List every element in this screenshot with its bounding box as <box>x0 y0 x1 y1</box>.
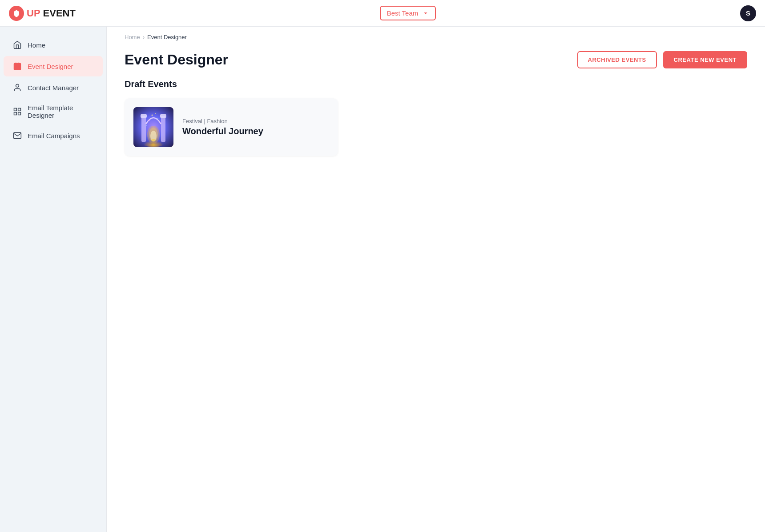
navbar: UPEVENT Best Team S <box>0 0 765 27</box>
svg-rect-13 <box>161 116 165 142</box>
event-thumbnail <box>133 107 173 147</box>
user-avatar[interactable]: S <box>740 5 756 21</box>
grid-icon <box>12 107 22 116</box>
sidebar: Home Event Designer Contact Manager Emai… <box>0 27 107 532</box>
layout: Home Event Designer Contact Manager Emai… <box>0 27 765 532</box>
sidebar-item-email-campaigns[interactable]: Email Campaigns <box>4 125 103 146</box>
breadcrumb-home[interactable]: Home <box>125 34 140 40</box>
svg-point-21 <box>160 122 161 123</box>
svg-point-4 <box>16 84 19 88</box>
mail-icon <box>12 131 22 140</box>
event-thumbnail-image <box>133 107 173 147</box>
archived-events-button[interactable]: ARCHIVED EVENTS <box>577 51 657 68</box>
logo-icon <box>9 6 24 21</box>
contacts-icon <box>12 83 22 92</box>
svg-point-20 <box>152 115 153 116</box>
sidebar-item-home-label: Home <box>28 41 45 49</box>
page-header: Event Designer ARCHIVED EVENTS CREATE NE… <box>107 44 765 79</box>
team-selector[interactable]: Best Team <box>380 6 436 20</box>
svg-point-22 <box>146 125 147 126</box>
sidebar-item-email-campaigns-label: Email Campaigns <box>28 132 80 140</box>
breadcrumb: Home › Event Designer <box>107 27 765 44</box>
svg-rect-12 <box>141 114 147 118</box>
home-icon <box>12 40 22 50</box>
sidebar-item-email-template[interactable]: Email Template Designer <box>4 99 103 124</box>
svg-rect-14 <box>160 114 166 118</box>
sidebar-item-event-designer[interactable]: Event Designer <box>4 56 103 76</box>
svg-rect-0 <box>14 63 21 70</box>
breadcrumb-current: Event Designer <box>147 34 187 40</box>
content-area: Draft Events <box>107 79 765 156</box>
calendar-icon <box>12 61 22 71</box>
svg-rect-11 <box>141 116 146 142</box>
event-info: Festival | Fashion Wonderful Journey <box>182 118 263 136</box>
svg-rect-7 <box>14 112 17 115</box>
sidebar-item-home[interactable]: Home <box>4 35 103 55</box>
sidebar-item-event-designer-label: Event Designer <box>28 63 73 70</box>
svg-rect-6 <box>18 108 21 111</box>
draft-events-title: Draft Events <box>125 79 747 89</box>
event-name: Wonderful Journey <box>182 126 263 136</box>
main-content: Home › Event Designer Event Designer ARC… <box>107 27 765 532</box>
header-actions: ARCHIVED EVENTS CREATE NEW EVENT <box>577 51 747 68</box>
event-category: Festival | Fashion <box>182 118 263 124</box>
logo: UPEVENT <box>9 6 76 21</box>
svg-rect-8 <box>18 112 21 115</box>
sidebar-item-contact-manager[interactable]: Contact Manager <box>4 77 103 98</box>
create-new-event-button[interactable]: CREATE NEW EVENT <box>663 51 747 68</box>
svg-point-18 <box>149 120 150 121</box>
svg-point-23 <box>155 113 156 114</box>
breadcrumb-separator: › <box>143 34 145 40</box>
svg-point-19 <box>157 118 158 119</box>
svg-point-24 <box>151 139 156 141</box>
logo-event-text: EVENT <box>43 8 76 19</box>
sidebar-item-email-template-label: Email Template Designer <box>28 104 94 119</box>
sidebar-item-contact-manager-label: Contact Manager <box>28 84 79 92</box>
svg-rect-5 <box>14 108 17 111</box>
event-card[interactable]: Festival | Fashion Wonderful Journey <box>125 98 338 156</box>
page-title: Event Designer <box>125 52 228 68</box>
logo-up-text: UP <box>27 8 40 19</box>
team-name: Best Team <box>387 9 419 17</box>
